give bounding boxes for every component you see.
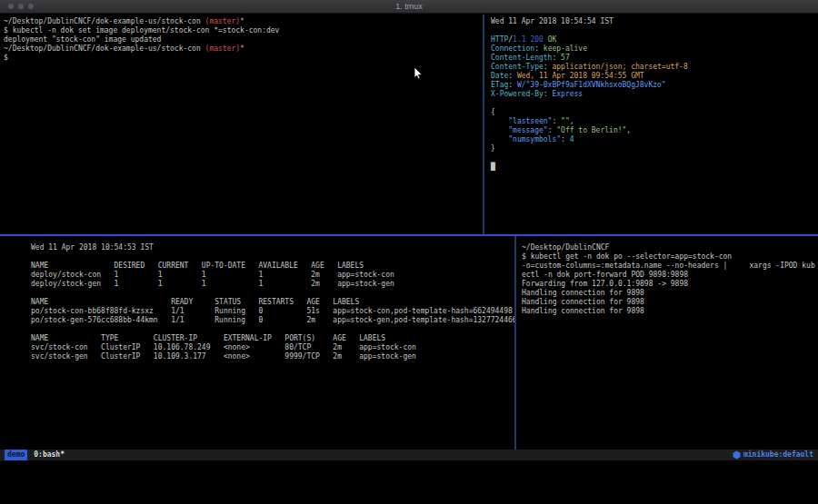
terminal-line: Connection: keep-alive bbox=[491, 44, 818, 54]
terminal-line: Handling connection for 9898 bbox=[522, 289, 818, 298]
terminal-line: $ bbox=[4, 54, 483, 63]
terminal-line: ectl -n dok port-forward POD 9898:9898 bbox=[522, 271, 818, 280]
screen: 1. tmux ~/Desktop/DublinCNCF/dok-example… bbox=[0, 0, 818, 504]
tmux-status-bar: demo 0:bash* minikube:default bbox=[0, 450, 818, 460]
terminal-line: "message": "Off to Berlin!", bbox=[491, 126, 818, 135]
terminal-line: po/stock-con-bb68f88fd-kzsxz 1/1 Running… bbox=[31, 307, 514, 316]
terminal-line bbox=[491, 99, 818, 108]
status-left: demo 0:bash* bbox=[5, 450, 65, 460]
terminal-line: X-Powered-By: Express bbox=[491, 90, 818, 99]
terminal-line: Content-Length: 57 bbox=[491, 54, 818, 63]
mouse-cursor-icon bbox=[414, 67, 424, 80]
close-button[interactable] bbox=[8, 4, 14, 9]
terminal-line: █ bbox=[491, 163, 818, 172]
terminal-line: po/stock-gen-576cc688bb-44kmn 1/1 Runnin… bbox=[31, 316, 514, 325]
window-item-bash[interactable]: 0:bash* bbox=[34, 450, 65, 460]
terminal-line: $ kubectl get -n dok po --selector=app=s… bbox=[522, 252, 818, 262]
terminal-line: NAME TYPE CLUSTER-IP EXTERNAL-IP PORT(S)… bbox=[31, 334, 514, 343]
terminal-line: Wed 11 Apr 2018 10:54:53 IST bbox=[31, 243, 514, 252]
pane-port-forward[interactable]: ~/Desktop/DublinCNCF$ kubectl get -n dok… bbox=[516, 236, 818, 450]
terminal-window: 1. tmux ~/Desktop/DublinCNCF/dok-example… bbox=[0, 0, 818, 460]
terminal-line: "numsymbols": 4 bbox=[491, 135, 818, 144]
terminal-line: ~/Desktop/DublinCNCF/dok-example-us/stoc… bbox=[4, 17, 483, 26]
terminal-line: -o=custom-columns=:metadata.name --no-he… bbox=[522, 262, 818, 271]
session-name-badge: demo bbox=[5, 450, 27, 460]
terminal-line: svc/stock-con ClusterIP 10.106.78.249 <n… bbox=[31, 343, 514, 352]
terminal-line: "lastseen": "", bbox=[491, 117, 818, 126]
pane-kubectl-watch-resources[interactable]: Wed 11 Apr 2018 10:54:53 ISTNAME DESIRED… bbox=[0, 236, 514, 450]
terminal-line: svc/stock-gen ClusterIP 10.109.3.177 <no… bbox=[31, 352, 514, 361]
terminal-line: Handling connection for 9898 bbox=[522, 307, 818, 316]
window-controls bbox=[8, 4, 34, 9]
terminal-line: deploy/stock-con 1 1 1 1 2m app=stock-co… bbox=[31, 271, 514, 280]
kube-context-label: minikube:default bbox=[743, 450, 813, 460]
titlebar: 1. tmux bbox=[0, 0, 818, 14]
terminal-line bbox=[491, 26, 818, 35]
terminal-line: $ kubectl -n dok set image deployment/st… bbox=[4, 26, 483, 35]
terminal-line bbox=[491, 153, 818, 163]
terminal-line: NAME DESIRED CURRENT UP-TO-DATE AVAILABL… bbox=[31, 262, 514, 271]
zoom-button[interactable] bbox=[28, 4, 34, 9]
terminal-line: Forwarding from 127.0.0.1:9898 -> 9898 bbox=[522, 280, 818, 289]
terminal-line: } bbox=[491, 144, 818, 153]
terminal-line bbox=[31, 325, 514, 334]
terminal-line: ETag: W/"39-0xBPf9aF1dXVNkhsxoBQgJ8vKzo" bbox=[491, 81, 818, 90]
terminal-line: deploy/stock-gen 1 1 1 1 2m app=stock-ge… bbox=[31, 280, 514, 289]
terminal-line: Content-Type: application/json; charset=… bbox=[491, 63, 818, 72]
terminal-line: Wed 11 Apr 2018 10:54:54 IST bbox=[491, 17, 818, 26]
kube-context-indicator: minikube:default bbox=[733, 450, 813, 460]
terminal-line: Date: Wed, 11 Apr 2018 09:54:55 GMT bbox=[491, 72, 818, 81]
window-title: 1. tmux bbox=[395, 0, 423, 14]
pane-shell-kubectl-set-image[interactable]: ~/Desktop/DublinCNCF/dok-example-us/stoc… bbox=[0, 15, 483, 234]
terminal-line: ~/Desktop/DublinCNCF/dok-example-us/stoc… bbox=[4, 44, 483, 54]
kubernetes-hexagon-icon bbox=[733, 450, 741, 460]
terminal-line: { bbox=[491, 108, 818, 117]
terminal-line: deployment "stock-con" image updated bbox=[4, 35, 483, 44]
terminal-line: ~/Desktop/DublinCNCF bbox=[522, 243, 818, 252]
terminal-line: Handling connection for 9898 bbox=[522, 298, 818, 307]
terminal-line: NAME READY STATUS RESTARTS AGE LABELS bbox=[31, 298, 514, 307]
pane-http-response[interactable]: Wed 11 Apr 2018 10:54:54 ISTHTTP/1.1 200… bbox=[484, 15, 818, 234]
terminal-line bbox=[31, 289, 514, 298]
terminal-line: HTTP/1.1 200 OK bbox=[491, 35, 818, 44]
terminal-line bbox=[31, 252, 514, 262]
minimize-button[interactable] bbox=[18, 4, 24, 9]
